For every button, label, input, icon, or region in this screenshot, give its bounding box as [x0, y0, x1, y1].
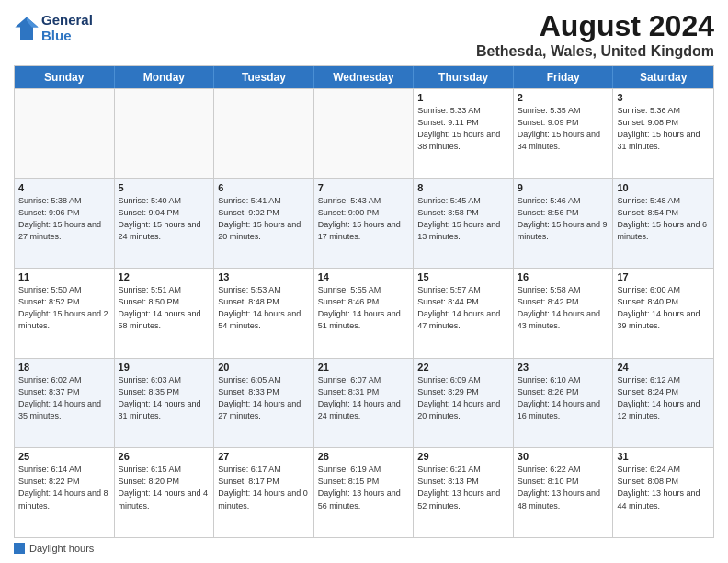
day-info: Sunrise: 6:14 AM Sunset: 8:22 PM Dayligh…	[18, 464, 110, 511]
calendar: SundayMondayTuesdayWednesdayThursdayFrid…	[14, 65, 714, 538]
subtitle: Bethesda, Wales, United Kingdom	[476, 43, 714, 60]
cal-cell: 14Sunrise: 5:55 AM Sunset: 8:46 PM Dayli…	[314, 269, 415, 358]
day-number: 30	[518, 451, 609, 462]
day-info: Sunrise: 5:40 AM Sunset: 9:04 PM Dayligh…	[119, 195, 210, 243]
cal-cell: 19Sunrise: 6:03 AM Sunset: 8:35 PM Dayli…	[115, 359, 215, 448]
cal-cell	[115, 89, 215, 178]
cal-cell: 13Sunrise: 5:53 AM Sunset: 8:48 PM Dayli…	[214, 269, 314, 358]
day-number: 24	[617, 362, 710, 373]
title-section: August 2024 Bethesda, Wales, United King…	[476, 9, 714, 60]
cal-cell: 24Sunrise: 6:12 AM Sunset: 8:24 PM Dayli…	[613, 359, 713, 448]
day-number: 16	[518, 271, 609, 282]
cal-cell	[214, 89, 314, 178]
day-info: Sunrise: 5:57 AM Sunset: 8:44 PM Dayligh…	[417, 284, 509, 332]
day-info: Sunrise: 5:45 AM Sunset: 8:58 PM Dayligh…	[417, 195, 509, 243]
cal-cell: 28Sunrise: 6:19 AM Sunset: 8:15 PM Dayli…	[314, 448, 415, 537]
day-number: 1	[417, 92, 509, 103]
cal-cell: 20Sunrise: 6:05 AM Sunset: 8:33 PM Dayli…	[214, 359, 314, 448]
cal-cell: 23Sunrise: 6:10 AM Sunset: 8:26 PM Dayli…	[514, 359, 614, 448]
day-info: Sunrise: 5:50 AM Sunset: 8:52 PM Dayligh…	[18, 284, 110, 332]
day-number: 27	[218, 451, 310, 462]
day-info: Sunrise: 5:33 AM Sunset: 9:11 PM Dayligh…	[417, 105, 509, 153]
cal-cell: 7Sunrise: 5:43 AM Sunset: 9:00 PM Daylig…	[314, 179, 415, 269]
cal-cell: 5Sunrise: 5:40 AM Sunset: 9:04 PM Daylig…	[115, 179, 215, 269]
day-info: Sunrise: 6:07 AM Sunset: 8:31 PM Dayligh…	[318, 374, 410, 422]
cal-row: 4Sunrise: 5:38 AM Sunset: 9:06 PM Daylig…	[15, 178, 713, 269]
day-number: 9	[518, 182, 609, 193]
footer-label: Daylight hours	[29, 543, 94, 554]
cal-cell: 1Sunrise: 5:33 AM Sunset: 9:11 PM Daylig…	[414, 89, 514, 178]
day-info: Sunrise: 5:41 AM Sunset: 9:02 PM Dayligh…	[218, 195, 310, 243]
cal-cell: 25Sunrise: 6:14 AM Sunset: 8:22 PM Dayli…	[15, 448, 115, 537]
day-info: Sunrise: 6:00 AM Sunset: 8:40 PM Dayligh…	[617, 284, 710, 332]
footer-dot	[14, 543, 25, 554]
day-number: 26	[119, 451, 210, 462]
cal-cell: 6Sunrise: 5:41 AM Sunset: 9:02 PM Daylig…	[214, 179, 314, 269]
cal-row: 18Sunrise: 6:02 AM Sunset: 8:37 PM Dayli…	[15, 358, 713, 448]
day-number: 15	[417, 271, 509, 282]
day-number: 22	[417, 362, 509, 373]
day-number: 18	[18, 362, 110, 373]
day-number: 5	[119, 182, 210, 193]
cal-cell: 9Sunrise: 5:46 AM Sunset: 8:56 PM Daylig…	[514, 179, 614, 269]
day-info: Sunrise: 5:38 AM Sunset: 9:06 PM Dayligh…	[18, 195, 110, 243]
day-number: 13	[218, 271, 310, 282]
day-info: Sunrise: 5:43 AM Sunset: 9:00 PM Dayligh…	[318, 195, 410, 243]
day-number: 2	[518, 92, 609, 103]
day-number: 23	[518, 362, 609, 373]
day-info: Sunrise: 5:55 AM Sunset: 8:46 PM Dayligh…	[318, 284, 410, 332]
cal-header-cell: Friday	[514, 66, 614, 88]
cal-cell: 21Sunrise: 6:07 AM Sunset: 8:31 PM Dayli…	[314, 359, 415, 448]
cal-cell: 10Sunrise: 5:48 AM Sunset: 8:54 PM Dayli…	[613, 179, 713, 269]
cal-row: 25Sunrise: 6:14 AM Sunset: 8:22 PM Dayli…	[15, 447, 713, 537]
day-info: Sunrise: 5:35 AM Sunset: 9:09 PM Dayligh…	[518, 105, 609, 153]
day-number: 14	[318, 271, 410, 282]
cal-cell: 15Sunrise: 5:57 AM Sunset: 8:44 PM Dayli…	[414, 269, 514, 358]
day-number: 25	[18, 451, 110, 462]
cal-row: 11Sunrise: 5:50 AM Sunset: 8:52 PM Dayli…	[15, 268, 713, 358]
day-info: Sunrise: 6:15 AM Sunset: 8:20 PM Dayligh…	[119, 464, 210, 511]
day-number: 3	[617, 92, 710, 103]
day-info: Sunrise: 5:36 AM Sunset: 9:08 PM Dayligh…	[617, 105, 710, 153]
day-info: Sunrise: 6:05 AM Sunset: 8:33 PM Dayligh…	[218, 374, 310, 422]
cal-header-cell: Sunday	[15, 66, 115, 88]
day-number: 29	[417, 451, 509, 462]
logo-icon	[14, 16, 40, 41]
day-info: Sunrise: 5:51 AM Sunset: 8:50 PM Dayligh…	[119, 284, 210, 332]
cal-cell: 16Sunrise: 5:58 AM Sunset: 8:42 PM Dayli…	[514, 269, 614, 358]
cal-header-cell: Saturday	[613, 66, 713, 88]
day-info: Sunrise: 6:21 AM Sunset: 8:13 PM Dayligh…	[417, 464, 509, 511]
day-number: 11	[18, 271, 110, 282]
cal-header-cell: Wednesday	[314, 66, 415, 88]
cal-cell: 22Sunrise: 6:09 AM Sunset: 8:29 PM Dayli…	[414, 359, 514, 448]
logo-line2: Blue	[41, 29, 93, 44]
day-info: Sunrise: 5:48 AM Sunset: 8:54 PM Dayligh…	[617, 195, 710, 243]
day-info: Sunrise: 6:02 AM Sunset: 8:37 PM Dayligh…	[18, 374, 110, 422]
main-title: August 2024	[476, 9, 714, 43]
day-number: 31	[617, 451, 710, 462]
cal-cell	[314, 89, 415, 178]
cal-header-cell: Tuesday	[214, 66, 314, 88]
day-number: 21	[318, 362, 410, 373]
cal-cell: 18Sunrise: 6:02 AM Sunset: 8:37 PM Dayli…	[15, 359, 115, 448]
cal-cell: 26Sunrise: 6:15 AM Sunset: 8:20 PM Dayli…	[115, 448, 215, 537]
cal-cell: 2Sunrise: 5:35 AM Sunset: 9:09 PM Daylig…	[514, 89, 614, 178]
logo-line1: General	[41, 13, 93, 29]
cal-cell	[15, 89, 115, 178]
day-number: 7	[318, 182, 410, 193]
cal-row: 1Sunrise: 5:33 AM Sunset: 9:11 PM Daylig…	[15, 88, 713, 178]
day-number: 12	[119, 271, 210, 282]
cal-cell: 11Sunrise: 5:50 AM Sunset: 8:52 PM Dayli…	[15, 269, 115, 358]
cal-cell: 4Sunrise: 5:38 AM Sunset: 9:06 PM Daylig…	[15, 179, 115, 269]
day-number: 17	[617, 271, 710, 282]
day-info: Sunrise: 6:17 AM Sunset: 8:17 PM Dayligh…	[218, 464, 310, 511]
cal-cell: 29Sunrise: 6:21 AM Sunset: 8:13 PM Dayli…	[414, 448, 514, 537]
day-number: 28	[318, 451, 410, 462]
day-info: Sunrise: 5:58 AM Sunset: 8:42 PM Dayligh…	[518, 284, 609, 332]
cal-cell: 12Sunrise: 5:51 AM Sunset: 8:50 PM Dayli…	[115, 269, 215, 358]
logo: General Blue	[14, 13, 93, 43]
cal-cell: 30Sunrise: 6:22 AM Sunset: 8:10 PM Dayli…	[514, 448, 614, 537]
cal-cell: 31Sunrise: 6:24 AM Sunset: 8:08 PM Dayli…	[613, 448, 713, 537]
cal-cell: 27Sunrise: 6:17 AM Sunset: 8:17 PM Dayli…	[214, 448, 314, 537]
day-info: Sunrise: 6:24 AM Sunset: 8:08 PM Dayligh…	[617, 464, 710, 511]
